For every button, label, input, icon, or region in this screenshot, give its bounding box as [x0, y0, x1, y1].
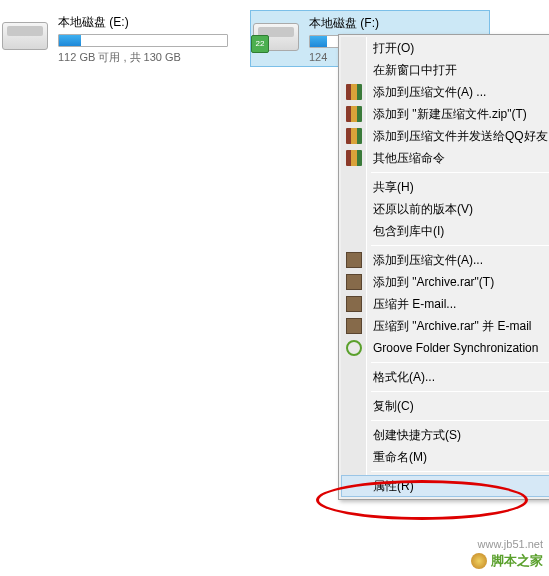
rar-icon [346, 296, 362, 312]
menu-open[interactable]: 打开(O) [341, 37, 549, 59]
separator [371, 362, 549, 363]
sync-icon [346, 340, 362, 356]
drive-f-title: 本地磁盘 (F:) [309, 15, 487, 32]
separator [371, 471, 549, 472]
menu-properties[interactable]: 属性(R) [341, 475, 549, 497]
archive-icon [346, 128, 362, 144]
rar-icon [346, 252, 362, 268]
rar-icon [346, 274, 362, 290]
menu-groove[interactable]: Groove Folder Synchronization [341, 337, 549, 359]
menu-compress-email[interactable]: 压缩并 E-mail... [341, 293, 549, 315]
rar-icon [346, 318, 362, 334]
menu-add-archive[interactable]: 添加到压缩文件(A) ... [341, 81, 549, 103]
menu-share[interactable]: 共享(H) [341, 176, 549, 198]
menu-restore-versions[interactable]: 还原以前的版本(V) [341, 198, 549, 220]
separator [371, 172, 549, 173]
archive-icon [346, 150, 362, 166]
separator [371, 245, 549, 246]
watermark-site: 脚本之家 [471, 552, 543, 570]
watermark-logo-icon [471, 553, 487, 569]
archive-icon [346, 106, 362, 122]
menu-add-send-qq[interactable]: 添加到压缩文件并发送给QQ好友 [341, 125, 549, 147]
drive-e-bar [58, 34, 228, 47]
separator [371, 420, 549, 421]
watermark-url: www.jb51.net [478, 538, 543, 550]
hdd-icon [2, 12, 50, 50]
menu-copy[interactable]: 复制(C) [341, 395, 549, 417]
menu-other-compress[interactable]: 其他压缩命令 [341, 147, 549, 169]
menu-create-shortcut[interactable]: 创建快捷方式(S) [341, 424, 549, 446]
menu-add-archive2[interactable]: 添加到压缩文件(A)... [341, 249, 549, 271]
menu-compress-rar-email[interactable]: 压缩到 "Archive.rar" 并 E-mail [341, 315, 549, 337]
context-menu: 打开(O) 在新窗口中打开 添加到压缩文件(A) ... 添加到 "新建压缩文件… [338, 34, 549, 500]
menu-open-new-window[interactable]: 在新窗口中打开 [341, 59, 549, 81]
menu-add-rar[interactable]: 添加到 "Archive.rar"(T) [341, 271, 549, 293]
menu-format[interactable]: 格式化(A)... [341, 366, 549, 388]
menu-include-library[interactable]: 包含到库中(I) [341, 220, 549, 242]
menu-add-zip[interactable]: 添加到 "新建压缩文件.zip"(T) [341, 103, 549, 125]
archive-icon [346, 84, 362, 100]
drive-e-title: 本地磁盘 (E:) [58, 14, 238, 31]
drive-e[interactable]: 本地磁盘 (E:) 112 GB 可用 , 共 130 GB [0, 10, 240, 67]
menu-rename[interactable]: 重命名(M) [341, 446, 549, 468]
hdd-icon: 22 [253, 13, 301, 51]
drive-e-sub: 112 GB 可用 , 共 130 GB [58, 50, 238, 65]
separator [371, 391, 549, 392]
